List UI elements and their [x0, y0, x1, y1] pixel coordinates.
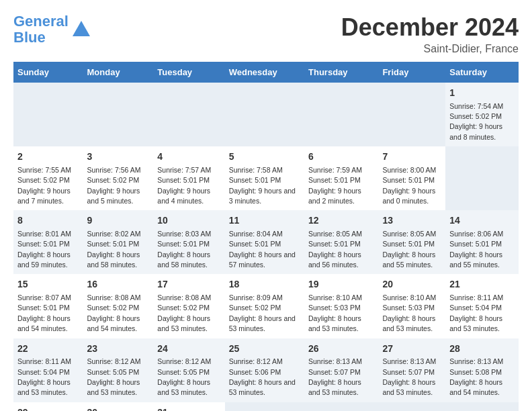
day-number: 20 [382, 278, 441, 291]
sunrise: Sunrise: 8:11 AM [449, 293, 503, 302]
daylight: Daylight: 8 hours and 57 minutes. [229, 250, 296, 269]
sunrise: Sunrise: 7:54 AM [449, 102, 503, 110]
sunrise: Sunrise: 8:12 AM [229, 357, 283, 365]
sunset: Sunset: 5:01 PM [17, 304, 70, 312]
day-number: 5 [229, 150, 300, 164]
header-friday: Friday [378, 62, 445, 83]
sunrise: Sunrise: 8:01 AM [17, 230, 71, 238]
sunrise: Sunrise: 8:03 AM [157, 230, 211, 238]
sunset: Sunset: 5:01 PM [382, 240, 435, 248]
sunset: Sunset: 5:04 PM [17, 368, 70, 376]
sunrise: Sunrise: 8:05 AM [382, 230, 436, 238]
day-number: 12 [308, 214, 374, 228]
sunset: Sunset: 5:07 PM [308, 368, 361, 376]
day-number: 10 [157, 214, 220, 228]
svg-marker-0 [73, 21, 90, 36]
daylight: Daylight: 8 hours and 53 minutes. [17, 378, 71, 396]
calendar-cell [225, 402, 304, 411]
day-number: 14 [449, 214, 515, 228]
sunrise: Sunrise: 8:09 AM [229, 293, 283, 302]
sunrise: Sunrise: 8:10 AM [382, 293, 436, 302]
day-number: 23 [87, 342, 150, 356]
page-header: General Blue December 2024 Saint-Didier,… [13, 13, 519, 55]
sunset: Sunset: 5:03 PM [308, 304, 361, 312]
sunrise: Sunrise: 8:11 AM [17, 357, 71, 365]
calendar-cell [445, 402, 519, 411]
calendar-cell: 12 Sunrise: 8:05 AM Sunset: 5:01 PM Dayl… [304, 210, 378, 274]
sunset: Sunset: 5:02 PM [157, 304, 210, 312]
header-saturday: Saturday [445, 62, 519, 83]
daylight: Daylight: 8 hours and 53 minutes. [308, 314, 361, 332]
day-number: 18 [229, 278, 300, 291]
calendar-row: 15 Sunrise: 8:07 AM Sunset: 5:01 PM Dayl… [13, 274, 519, 338]
calendar-cell: 24 Sunrise: 8:12 AM Sunset: 5:05 PM Dayl… [153, 338, 224, 402]
sunrise: Sunrise: 7:56 AM [87, 166, 141, 174]
calendar-cell: 16 Sunrise: 8:08 AM Sunset: 5:02 PM Dayl… [83, 274, 154, 338]
header-sunday: Sunday [13, 62, 83, 83]
daylight: Daylight: 8 hours and 53 minutes. [308, 378, 361, 396]
calendar-cell: 20 Sunrise: 8:10 AM Sunset: 5:03 PM Dayl… [378, 274, 445, 338]
sunset: Sunset: 5:02 PM [449, 112, 502, 120]
calendar-cell: 19 Sunrise: 8:10 AM Sunset: 5:03 PM Dayl… [304, 274, 378, 338]
day-number: 19 [308, 278, 374, 291]
sunrise: Sunrise: 8:13 AM [308, 357, 362, 365]
calendar-cell: 4 Sunrise: 7:57 AM Sunset: 5:01 PM Dayli… [153, 146, 224, 210]
daylight: Daylight: 9 hours and 4 minutes. [157, 187, 210, 205]
day-number: 31 [157, 406, 220, 411]
day-number: 17 [157, 278, 220, 291]
day-number: 4 [157, 150, 220, 164]
calendar-cell: 7 Sunrise: 8:00 AM Sunset: 5:01 PM Dayli… [378, 146, 445, 210]
calendar-row: 2 Sunrise: 7:55 AM Sunset: 5:02 PM Dayli… [13, 146, 519, 210]
sunset: Sunset: 5:02 PM [17, 176, 70, 184]
calendar-cell: 15 Sunrise: 8:07 AM Sunset: 5:01 PM Dayl… [13, 274, 83, 338]
calendar-cell [378, 402, 445, 411]
calendar-cell: 21 Sunrise: 8:11 AM Sunset: 5:04 PM Dayl… [445, 274, 519, 338]
header-thursday: Thursday [304, 62, 378, 83]
sunrise: Sunrise: 8:07 AM [17, 293, 71, 302]
day-number: 13 [382, 214, 441, 228]
calendar-cell: 2 Sunrise: 7:55 AM Sunset: 5:02 PM Dayli… [13, 146, 83, 210]
sunrise: Sunrise: 8:12 AM [87, 357, 141, 365]
calendar-cell [83, 83, 154, 146]
daylight: Daylight: 8 hours and 55 minutes. [449, 250, 502, 269]
day-number: 2 [17, 150, 79, 164]
calendar-cell: 8 Sunrise: 8:01 AM Sunset: 5:01 PM Dayli… [13, 210, 83, 274]
day-number: 15 [17, 278, 79, 291]
daylight: Daylight: 8 hours and 53 minutes. [87, 378, 140, 396]
daylight: Daylight: 8 hours and 53 minutes. [229, 314, 296, 332]
calendar-row: 29 Sunrise: 8:13 AM Sunset: 5:09 PM Dayl… [13, 402, 519, 411]
day-number: 21 [449, 278, 515, 291]
calendar-row: 22 Sunrise: 8:11 AM Sunset: 5:04 PM Dayl… [13, 338, 519, 402]
sunset: Sunset: 5:01 PM [449, 240, 502, 248]
calendar-cell: 31 Sunrise: 8:14 AM Sunset: 5:10 PM Dayl… [153, 402, 224, 411]
calendar-cell: 3 Sunrise: 7:56 AM Sunset: 5:02 PM Dayli… [83, 146, 154, 210]
sunrise: Sunrise: 7:57 AM [157, 166, 211, 174]
sunset: Sunset: 5:01 PM [308, 176, 361, 184]
sunset: Sunset: 5:02 PM [87, 176, 140, 184]
sunset: Sunset: 5:01 PM [17, 240, 70, 248]
calendar-cell [225, 83, 304, 146]
calendar-cell [445, 146, 519, 210]
calendar-cell: 14 Sunrise: 8:06 AM Sunset: 5:01 PM Dayl… [445, 210, 519, 274]
sunrise: Sunrise: 8:05 AM [308, 230, 362, 238]
sunset: Sunset: 5:01 PM [229, 176, 281, 184]
sunrise: Sunrise: 7:59 AM [308, 166, 362, 174]
day-number: 22 [17, 342, 79, 356]
daylight: Daylight: 8 hours and 53 minutes. [157, 314, 210, 332]
calendar-cell: 11 Sunrise: 8:04 AM Sunset: 5:01 PM Dayl… [225, 210, 304, 274]
calendar-cell: 10 Sunrise: 8:03 AM Sunset: 5:01 PM Dayl… [153, 210, 224, 274]
sunrise: Sunrise: 8:13 AM [449, 357, 503, 365]
daylight: Daylight: 9 hours and 5 minutes. [87, 187, 140, 205]
sunset: Sunset: 5:05 PM [157, 368, 210, 376]
sunrise: Sunrise: 7:58 AM [229, 166, 283, 174]
subtitle: Saint-Didier, France [341, 43, 519, 55]
sunset: Sunset: 5:01 PM [157, 240, 210, 248]
daylight: Daylight: 8 hours and 59 minutes. [17, 250, 71, 269]
day-number: 8 [17, 214, 79, 228]
daylight: Daylight: 8 hours and 58 minutes. [157, 250, 210, 269]
daylight: Daylight: 8 hours and 53 minutes. [382, 314, 435, 332]
calendar-cell: 6 Sunrise: 7:59 AM Sunset: 5:01 PM Dayli… [304, 146, 378, 210]
day-number: 16 [87, 278, 150, 291]
daylight: Daylight: 9 hours and 0 minutes. [382, 187, 435, 205]
calendar-cell: 26 Sunrise: 8:13 AM Sunset: 5:07 PM Dayl… [304, 338, 378, 402]
